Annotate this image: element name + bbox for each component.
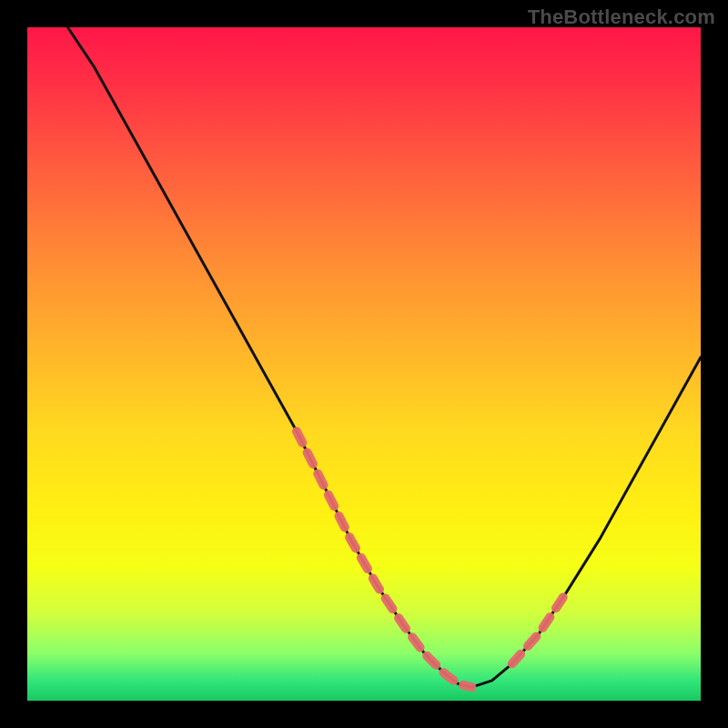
highlight-segment-1 [512, 593, 566, 664]
chart-frame: TheBottleneck.com [0, 0, 728, 728]
watermark-text: TheBottleneck.com [528, 5, 715, 29]
plot-area [27, 27, 701, 701]
highlight-segment-0 [297, 431, 471, 687]
curve-svg [27, 27, 701, 701]
bottleneck-curve [67, 27, 701, 687]
